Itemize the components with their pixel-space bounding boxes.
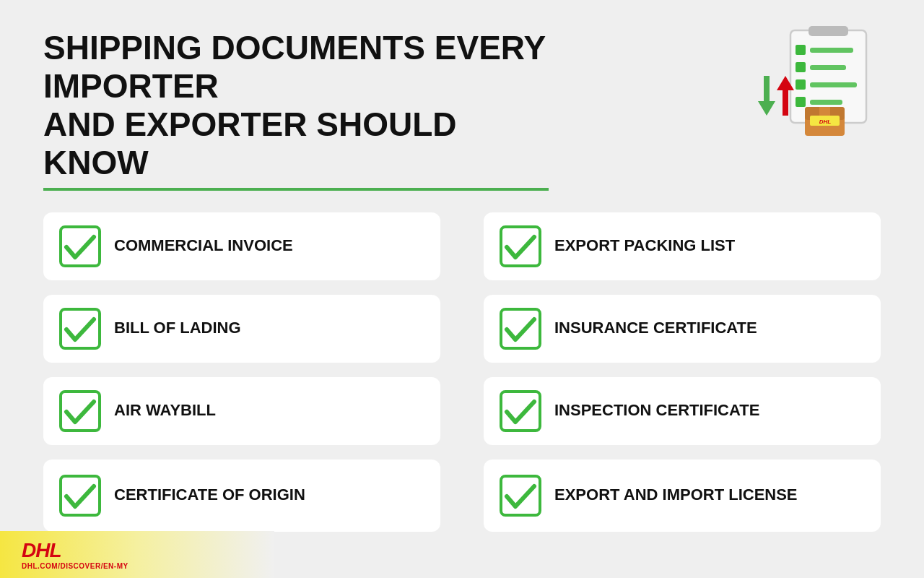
illustration-svg: DHL <box>751 22 881 137</box>
check-icon-inspection-certificate <box>500 390 541 432</box>
label-bill-of-lading: BILL OF LADING <box>114 319 241 337</box>
svg-rect-5 <box>810 65 846 70</box>
item-commercial-invoice: COMMERCIAL INVOICE <box>43 212 440 280</box>
label-export-import-license: EXPORT AND IMPORT LICENSE <box>554 486 798 504</box>
header-illustration: DHL <box>751 22 881 137</box>
svg-rect-8 <box>796 97 806 107</box>
label-insurance-certificate: INSURANCE CERTIFICATE <box>554 319 757 337</box>
svg-rect-2 <box>796 45 806 55</box>
footer-bar: DHL DHL.COM/DISCOVER/EN-MY <box>0 531 274 578</box>
label-commercial-invoice: COMMERCIAL INVOICE <box>114 236 293 255</box>
svg-rect-9 <box>810 100 842 105</box>
label-certificate-of-origin: CERTIFICATE OF ORIGIN <box>114 486 305 504</box>
item-bill-of-lading: BILL OF LADING <box>43 295 440 363</box>
svg-rect-6 <box>796 79 806 90</box>
label-air-waybill: AIR WAYBILL <box>114 401 216 420</box>
items-grid: COMMERCIAL INVOICE EXPORT PACKING LIST B… <box>43 212 881 532</box>
item-insurance-certificate: INSURANCE CERTIFICATE <box>484 295 881 363</box>
label-inspection-certificate: INSPECTION CERTIFICATE <box>554 401 759 420</box>
svg-rect-7 <box>810 82 857 87</box>
label-export-packing-list: EXPORT PACKING LIST <box>554 236 735 255</box>
svg-text:DHL: DHL <box>819 118 832 125</box>
page-title: SHIPPING DOCUMENTS EVERY IMPORTER AND EX… <box>43 29 549 182</box>
svg-rect-3 <box>810 48 853 53</box>
page-container: SHIPPING DOCUMENTS EVERY IMPORTER AND EX… <box>0 0 924 578</box>
check-icon-commercial-invoice <box>59 225 101 267</box>
item-certificate-of-origin: CERTIFICATE OF ORIGIN <box>43 460 440 532</box>
check-icon-export-import-license <box>500 475 541 517</box>
header-section: SHIPPING DOCUMENTS EVERY IMPORTER AND EX… <box>43 29 881 191</box>
check-icon-air-waybill <box>59 390 101 432</box>
check-icon-certificate-of-origin <box>59 475 101 517</box>
item-export-import-license: EXPORT AND IMPORT LICENSE <box>484 460 881 532</box>
title-underline <box>43 188 549 191</box>
item-inspection-certificate: INSPECTION CERTIFICATE <box>484 377 881 445</box>
check-icon-insurance-certificate <box>500 308 541 350</box>
svg-marker-10 <box>758 76 775 116</box>
svg-rect-4 <box>796 62 806 72</box>
svg-rect-1 <box>808 26 848 36</box>
dhl-brand-name: DHL <box>22 539 61 562</box>
title-area: SHIPPING DOCUMENTS EVERY IMPORTER AND EX… <box>43 29 751 191</box>
dhl-url: DHL.COM/DISCOVER/EN-MY <box>22 562 128 570</box>
check-icon-export-packing-list <box>500 225 541 267</box>
item-export-packing-list: EXPORT PACKING LIST <box>484 212 881 280</box>
check-icon-bill-of-lading <box>59 308 101 350</box>
item-air-waybill: AIR WAYBILL <box>43 377 440 445</box>
dhl-logo: DHL DHL.COM/DISCOVER/EN-MY <box>22 539 128 570</box>
